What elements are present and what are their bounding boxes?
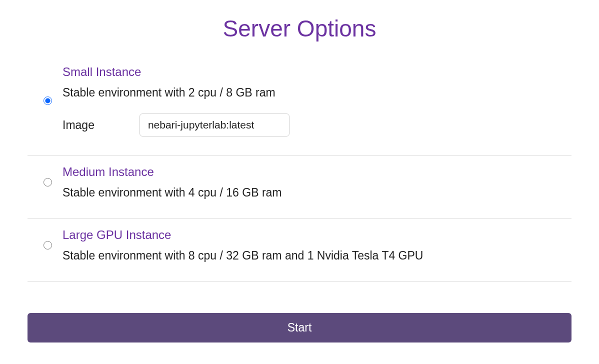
option-title-small: Small Instance	[62, 65, 572, 79]
radio-col	[28, 241, 62, 250]
server-option-large-gpu: Large GPU Instance Stable environment wi…	[28, 219, 572, 282]
option-description-large-gpu: Stable environment with 8 cpu / 32 GB ra…	[62, 249, 572, 262]
option-body: Large GPU Instance Stable environment wi…	[62, 228, 572, 262]
option-title-medium: Medium Instance	[62, 165, 572, 179]
server-option-small: Small Instance Stable environment with 2…	[28, 56, 572, 156]
radio-small-instance[interactable]	[44, 96, 52, 105]
option-body: Small Instance Stable environment with 2…	[62, 65, 572, 136]
radio-medium-instance[interactable]	[44, 178, 52, 186]
image-field-input[interactable]	[140, 114, 290, 136]
radio-col	[28, 178, 62, 186]
option-description-small: Stable environment with 2 cpu / 8 GB ram	[62, 86, 572, 100]
image-field-label: Image	[62, 118, 94, 132]
radio-large-gpu-instance[interactable]	[44, 241, 52, 250]
option-body: Medium Instance Stable environment with …	[62, 165, 572, 200]
server-option-medium: Medium Instance Stable environment with …	[28, 156, 572, 219]
option-description-medium: Stable environment with 4 cpu / 16 GB ra…	[62, 186, 572, 200]
radio-col	[28, 96, 62, 105]
image-field-row: Image	[62, 114, 572, 136]
page-title: Server Options	[28, 15, 572, 42]
start-button[interactable]: Start	[28, 313, 572, 342]
option-title-large-gpu: Large GPU Instance	[62, 228, 572, 242]
